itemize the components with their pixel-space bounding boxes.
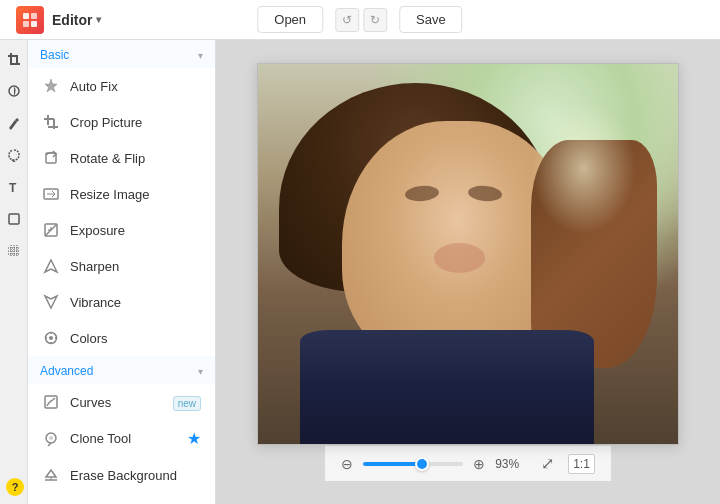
zoom-percent: 93% [495,457,527,471]
photo-highlight [531,102,636,235]
clone-tool-label: Clone Tool [70,431,177,446]
advanced-section-header[interactable]: Advanced ▾ [28,356,215,384]
sidebar: Basic ▾ Auto Fix Crop Picture [28,40,216,504]
auto-fix-label: Auto Fix [70,79,201,94]
app-title: Editor ▾ [52,12,101,28]
curves-label: Curves [70,395,163,410]
svg-point-29 [50,332,52,334]
sharpen-label: Sharpen [70,259,201,274]
canvas-area: ⊖ ⊕ 93% ⤢ 1:1 [216,40,720,504]
icon-bar: T [0,40,28,504]
crop-icon [42,113,60,131]
erase-bg-icon [42,466,60,484]
vibrance-label: Vibrance [70,295,201,310]
app-logo [16,6,44,34]
zoom-1to1-button[interactable]: 1:1 [568,454,595,474]
exposure-icon [42,221,60,239]
bottom-toolbar: ⊖ ⊕ 93% ⤢ 1:1 [325,445,611,481]
brush-tool-icon[interactable] [3,112,25,134]
undo-redo-group: ↺ ↻ [335,8,387,32]
undo-button[interactable]: ↺ [335,8,359,32]
svg-rect-19 [44,118,54,120]
basic-section-header[interactable]: Basic ▾ [28,40,215,68]
svg-rect-3 [31,21,37,27]
rotate-label: Rotate & Flip [70,151,201,166]
menu-item-exposure[interactable]: Exposure [28,212,215,248]
open-button[interactable]: Open [257,6,323,33]
svg-rect-21 [48,126,58,128]
basic-section-label: Basic [40,48,69,62]
rotate-icon [42,149,60,167]
auto-fix-icon [42,77,60,95]
fit-screen-icon[interactable]: ⤢ [537,454,558,473]
resize-label: Resize Image [70,187,201,202]
menu-item-auto-fix[interactable]: Auto Fix [28,68,215,104]
menu-item-rotate[interactable]: Rotate & Flip [28,140,215,176]
header-center-controls: Open ↺ ↻ Save [257,6,462,33]
adjust-tool-icon[interactable] [3,80,25,102]
svg-rect-2 [23,21,29,27]
save-button[interactable]: Save [399,6,463,33]
editor-menu-chevron[interactable]: ▾ [96,14,101,25]
curves-badge: new [173,393,201,411]
svg-point-30 [55,337,57,339]
lips [434,243,484,273]
menu-item-crop[interactable]: Crop Picture [28,104,215,140]
advanced-section-chevron: ▾ [198,366,203,377]
svg-rect-4 [10,53,12,63]
svg-point-35 [49,436,53,440]
redo-button[interactable]: ↻ [363,8,387,32]
menu-item-curves[interactable]: Curves new [28,384,215,420]
lasso-tool-icon[interactable] [3,144,25,166]
svg-point-32 [45,337,47,339]
erase-bg-label: Erase Background [70,468,201,483]
main-layout: T Basic ▾ [0,40,720,504]
menu-item-erase-bg[interactable]: Erase Background [28,457,215,493]
vibrance-icon [42,293,60,311]
colors-label: Colors [70,331,201,346]
curves-icon [42,393,60,411]
colors-icon [42,329,60,347]
zoom-in-icon: ⊕ [473,456,485,472]
svg-point-28 [49,336,53,340]
sharpen-icon [42,257,60,275]
svg-rect-0 [23,13,29,19]
crop-label: Crop Picture [70,115,201,130]
svg-rect-11 [9,214,19,224]
svg-rect-7 [10,63,20,65]
menu-item-clone-tool[interactable]: Clone Tool ★ [28,420,215,457]
svg-rect-33 [45,396,57,408]
menu-item-resize[interactable]: Resize Image [28,176,215,212]
exposure-label: Exposure [70,223,201,238]
zoom-out-icon: ⊖ [341,456,353,472]
menu-item-vibrance[interactable]: Vibrance [28,284,215,320]
photo-container [257,63,679,445]
header: Editor ▾ Open ↺ ↻ Save [0,0,720,40]
shape-tool-icon[interactable] [3,208,25,230]
svg-point-31 [50,342,52,344]
menu-item-colors[interactable]: Colors [28,320,215,356]
help-icon[interactable]: ? [6,478,24,496]
pattern-tool-icon[interactable] [3,240,25,262]
basic-section-chevron: ▾ [198,50,203,61]
svg-rect-1 [31,13,37,19]
zoom-slider-container [363,462,463,466]
resize-icon [42,185,60,203]
crop-tool-icon[interactable] [3,48,25,70]
text-tool-icon[interactable]: T [3,176,25,198]
menu-item-sharpen[interactable]: Sharpen [28,248,215,284]
svg-text:T: T [9,181,17,194]
photo-shirt [300,330,594,444]
clone-tool-icon [42,430,60,448]
clone-tool-badge: ★ [187,429,201,448]
advanced-section-label: Advanced [40,364,93,378]
zoom-slider[interactable] [363,462,463,466]
photo [258,64,678,444]
